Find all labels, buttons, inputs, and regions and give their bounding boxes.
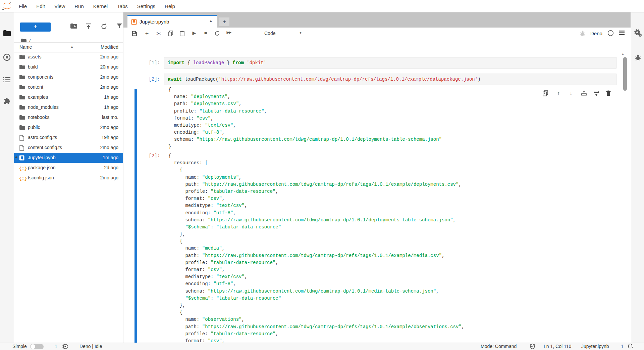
file-modified: 2mo ago [100,145,118,150]
kernel-status-text: Deno | Idle [79,344,102,349]
file-name: notebooks [28,115,50,120]
file-row-build[interactable]: build20m ago [14,62,123,72]
move-cell-down-icon[interactable]: ↓ [567,90,575,97]
filter-icon[interactable] [116,23,122,29]
code-cell-1[interactable]: import { loadPackage } from 'dpkit' [164,57,616,69]
file-row-notebooks[interactable]: notebookslast mo. [14,113,123,123]
unsaved-changes-dot[interactable]: ● [210,19,212,24]
restart-run-all-icon[interactable]: ▶▶ [225,30,232,35]
paste-cells-icon[interactable] [178,30,186,36]
simple-mode-label[interactable]: Simple [12,344,27,349]
move-cell-up-icon[interactable]: ↑ [554,90,563,97]
kernel-name[interactable]: Deno [590,31,602,36]
restart-kernel-icon[interactable] [213,30,221,36]
run-cell-icon[interactable]: ▶ [191,30,198,36]
simple-mode-toggle[interactable] [30,344,44,349]
left-activity-bar [0,12,14,343]
menu-run[interactable]: Run [70,3,89,9]
active-cell-collapser[interactable] [135,89,137,343]
cursor-position[interactable]: Ln 1, Col 110 [544,344,571,349]
menu-view[interactable]: View [50,3,70,9]
sort-ascending-icon[interactable]: ▲ [70,45,73,48]
output-prompt-2: [2]: [137,152,160,160]
column-modified[interactable]: Modified [101,44,118,50]
file-row-content.config.ts[interactable]: content.config.ts2mo ago [14,143,123,153]
file-name: tsconfig.json [28,175,54,180]
notebook-icon [131,19,137,25]
table-of-contents-icon[interactable] [0,77,14,83]
folder-icon [19,125,26,130]
file-row-examples[interactable]: examples1h ago [14,92,123,102]
file-row-tsconfig.json[interactable]: {:}tsconfig.json2mo ago [14,173,123,183]
file-row-public[interactable]: public2mo ago [14,123,123,133]
insert-cell-below-icon[interactable] [592,90,601,96]
active-filename: Jupyter.ipynb [581,344,609,349]
file-modified: last mo. [102,115,118,120]
file-row-assets[interactable]: assets2mo ago [14,52,123,62]
insert-cell-icon[interactable]: + [143,30,151,37]
duplicate-cell-icon[interactable] [541,90,550,96]
file-row-components[interactable]: components2mo ago [14,72,123,82]
code-cell-1-source[interactable]: import { loadPackage } from 'dpkit' [168,59,266,67]
notebook-icon [19,155,26,161]
menu-edit[interactable]: Edit [32,3,50,9]
copy-cells-icon[interactable] [167,30,174,36]
toolbar-overflow-icon[interactable] [619,31,625,35]
file-name: examples [28,94,48,100]
folder-icon [19,75,26,80]
output-result: { resources: [ { name: "deployments", pa… [168,152,464,343]
kernel-sessions-count[interactable]: 1 [55,344,57,349]
tab-jupyter-ipynb[interactable]: Jupyter.ipynb ● [127,15,217,28]
code-cell-2-source[interactable]: await loadPackage('https://raw.githubuse… [168,76,481,83]
tab-title: Jupyter.ipynb [140,19,169,25]
column-name[interactable]: Name [19,44,32,50]
file-row-package.json[interactable]: {:}package.json2d ago [14,163,123,173]
cell-type-dropdown[interactable]: Code [264,31,275,36]
new-launcher-button[interactable]: + [20,23,51,32]
debugger-icon[interactable] [580,30,586,36]
file-name: Jupyter.ipynb [28,155,56,160]
file-name: build [28,64,38,70]
kernel-sessions-icon[interactable] [62,344,68,349]
notifications-bell-icon[interactable] [628,344,633,349]
file-name: public [28,125,40,130]
folder-icon [19,85,26,90]
file-row-node_modules[interactable]: node_modules1h ago [14,102,123,113]
stop-kernel-icon[interactable]: ■ [202,30,209,36]
property-inspector-icon[interactable] [631,29,644,37]
save-icon[interactable] [131,30,138,36]
menu-file[interactable]: File [14,3,32,9]
scroll-up-arrow[interactable]: ▲ [621,52,625,56]
file-row-Jupyter.ipynb[interactable]: ●Jupyter.ipynb1m ago [14,153,123,163]
menu-kernel[interactable]: Kernel [89,3,112,9]
cut-cells-icon[interactable]: ✂ [155,30,162,37]
extensions-icon[interactable] [0,97,14,105]
file-browser-icon[interactable] [0,30,14,36]
file-row-content[interactable]: content2mo ago [14,82,123,92]
json-icon: {:} [19,175,26,181]
refresh-icon[interactable] [101,23,107,30]
column-divider[interactable] [81,44,81,51]
running-kernels-icon[interactable] [0,53,14,61]
vertical-scrollbar-thumb[interactable] [623,57,627,91]
input-prompt-2: [2]: [137,76,160,83]
insert-cell-above-icon[interactable] [580,90,588,96]
dirty-dot: ● [15,155,18,160]
menu-tabs[interactable]: Tabs [112,3,132,9]
menu-settings[interactable]: Settings [132,3,160,9]
main-dock-panel: Jupyter.ipynb ● + + ✂ ▶ ■ [123,12,631,343]
file-row-astro.config.ts[interactable]: astro.config.ts19h ago [14,133,123,143]
code-cell-2[interactable]: await loadPackage('https://raw.githubuse… [164,74,616,85]
notebook-area[interactable]: [1]: import { loadPackage } from 'dpkit'… [123,40,631,343]
debugger-sidebar-icon[interactable] [631,54,644,61]
file-name: astro.config.ts [28,135,57,140]
menu-bar: FileEditViewRunKernelTabsSettingsHelp [0,0,644,12]
menu-help[interactable]: Help [160,3,180,9]
new-folder-icon[interactable] [70,23,77,29]
kernel-status-icon[interactable] [607,30,614,36]
file-icon [19,135,26,140]
upload-icon[interactable] [85,23,92,30]
delete-cell-icon[interactable] [604,90,613,96]
new-tab-button[interactable]: + [219,17,229,26]
notifications-count[interactable]: 1 [621,344,624,349]
